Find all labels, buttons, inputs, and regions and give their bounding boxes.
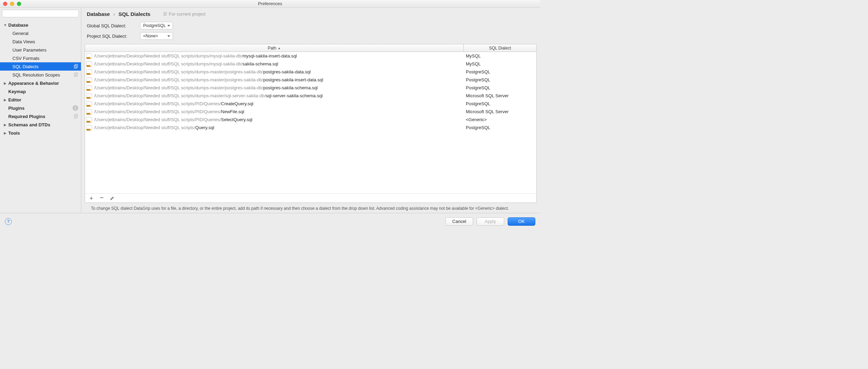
global-dialect-row: Global SQL Dialect: PostgreSQL xyxy=(87,20,535,31)
dialect-cell[interactable]: <Generic> xyxy=(464,117,536,122)
tree-group[interactable]: Keymap xyxy=(0,87,81,96)
table-row[interactable]: /Users/jetbrains/Desktop/Needed stuff/SQ… xyxy=(85,108,536,116)
sidebar: ▼DatabaseGeneralData ViewsUser Parameter… xyxy=(0,8,81,213)
svg-rect-4 xyxy=(74,74,77,77)
tree-item-label: SQL Resolution Scopes xyxy=(12,72,73,78)
path-file: Query.sql xyxy=(195,125,214,130)
copy-icon xyxy=(163,12,167,16)
tree-group-label: Database xyxy=(8,22,78,28)
add-button[interactable]: + xyxy=(89,196,94,201)
dialect-cell[interactable]: PostgreSQL xyxy=(464,69,536,74)
tree-group-label: Plugins xyxy=(8,106,73,111)
table-row[interactable]: /Users/jetbrains/Desktop/Needed stuff/SQ… xyxy=(85,52,536,60)
dialog-footer: ? Cancel Apply OK xyxy=(0,213,540,230)
zoom-window-button[interactable] xyxy=(17,2,21,6)
tree-group-label: Tools xyxy=(8,130,78,136)
window-title: Preferences xyxy=(0,1,540,6)
dialect-cell[interactable]: PostgreSQL xyxy=(464,125,536,130)
path-cell: /Users/jetbrains/Desktop/Needed stuff/SQ… xyxy=(86,125,464,130)
table-row[interactable]: /Users/jetbrains/Desktop/Needed stuff/SQ… xyxy=(85,76,536,84)
project-scope-icon xyxy=(73,114,78,119)
path-cell: /Users/jetbrains/Desktop/Needed stuff/SQ… xyxy=(86,101,464,107)
tree-item[interactable]: User Parameters xyxy=(0,46,81,54)
path-file: postgres-sakila-schema.sql xyxy=(263,85,318,90)
scope-indicator: For current project xyxy=(163,11,205,17)
path-dir: /Users/jetbrains/Desktop/Needed stuff/SQ… xyxy=(94,53,242,58)
table-row[interactable]: /Users/jetbrains/Desktop/Needed stuff/SQ… xyxy=(85,116,536,124)
tree-group[interactable]: ▼Database xyxy=(0,21,81,29)
remove-button[interactable]: − xyxy=(99,195,104,200)
path-cell: /Users/jetbrains/Desktop/Needed stuff/SQ… xyxy=(86,85,464,91)
tree-item[interactable]: SQL Resolution Scopes xyxy=(0,71,81,79)
dialect-cell[interactable]: MySQL xyxy=(464,61,536,66)
tree-group-label: Required Plugins xyxy=(8,114,73,119)
svg-rect-2 xyxy=(74,65,77,69)
tree-item-label: User Parameters xyxy=(12,47,78,53)
table-row[interactable]: /Users/jetbrains/Desktop/Needed stuff/SQ… xyxy=(85,124,536,132)
path-file: NewFile.sql xyxy=(221,109,244,114)
sort-asc-icon: ▲ xyxy=(278,46,281,50)
path-file: SelectQuery.sql xyxy=(221,117,252,122)
col-path-header[interactable]: Path ▲ xyxy=(85,44,464,52)
table-row[interactable]: /Users/jetbrains/Desktop/Needed stuff/SQ… xyxy=(85,84,536,92)
tree-group[interactable]: Plugins1 xyxy=(0,104,81,112)
path-dir: /Users/jetbrains/Desktop/Needed stuff/SQ… xyxy=(94,109,221,114)
hint-text: To change SQL dialect DataGrip uses for … xyxy=(81,203,540,213)
project-dialect-combo[interactable]: <None> xyxy=(140,32,173,40)
col-dialect-header[interactable]: SQL Dialect xyxy=(464,44,536,52)
pencil-icon xyxy=(110,196,114,201)
chevron-right-icon: ▶ xyxy=(3,98,7,102)
scope-label: For current project xyxy=(169,11,205,17)
svg-rect-3 xyxy=(75,64,77,68)
table-row[interactable]: /Users/jetbrains/Desktop/Needed stuff/SQ… xyxy=(85,92,536,100)
project-scope-icon xyxy=(73,64,78,69)
tree-item[interactable]: Data Views xyxy=(0,37,81,46)
breadcrumb: Database › SQL Dialects For current proj… xyxy=(81,8,540,20)
path-cell: /Users/jetbrains/Desktop/Needed stuff/SQ… xyxy=(86,53,464,59)
close-window-button[interactable] xyxy=(3,2,7,6)
help-button[interactable]: ? xyxy=(5,218,12,225)
sql-file-icon xyxy=(86,125,92,130)
search-input[interactable] xyxy=(2,10,79,17)
tree-group[interactable]: Required Plugins xyxy=(0,112,81,120)
table-row[interactable]: /Users/jetbrains/Desktop/Needed stuff/SQ… xyxy=(85,60,536,68)
chevron-down-icon: ▼ xyxy=(3,23,7,27)
path-cell: /Users/jetbrains/Desktop/Needed stuff/SQ… xyxy=(86,109,464,115)
tree-item[interactable]: CSV Formats xyxy=(0,54,81,62)
tree-item[interactable]: General xyxy=(0,29,81,37)
path-cell: /Users/jetbrains/Desktop/Needed stuff/SQ… xyxy=(86,61,464,67)
dialect-cell[interactable]: PostgreSQL xyxy=(464,77,536,82)
edit-button[interactable] xyxy=(109,196,115,201)
settings-panel: Database › SQL Dialects For current proj… xyxy=(81,8,540,213)
table-row[interactable]: /Users/jetbrains/Desktop/Needed stuff/SQ… xyxy=(85,68,536,76)
dialect-cell[interactable]: Microsoft SQL Server xyxy=(464,93,536,98)
breadcrumb-separator: › xyxy=(113,11,115,17)
path-dir: /Users/jetbrains/Desktop/Needed stuff/SQ… xyxy=(94,93,266,98)
path-file: postgres-sakila-data.sql xyxy=(263,69,311,74)
dialect-cell[interactable]: Microsoft SQL Server xyxy=(464,109,536,114)
path-dir: /Users/jetbrains/Desktop/Needed stuff/SQ… xyxy=(94,101,221,106)
apply-button[interactable]: Apply xyxy=(477,217,504,226)
tree-item[interactable]: SQL Dialects xyxy=(0,62,81,71)
sql-file-icon xyxy=(86,69,92,75)
table-row[interactable]: /Users/jetbrains/Desktop/Needed stuff/SQ… xyxy=(85,100,536,108)
dialect-cell[interactable]: PostgreSQL xyxy=(464,101,536,106)
tree-group[interactable]: ▶Appearance & Behavior xyxy=(0,79,81,87)
ok-button[interactable]: OK xyxy=(508,217,535,226)
tree-group-label: Appearance & Behavior xyxy=(8,81,78,86)
global-dialect-combo[interactable]: PostgreSQL xyxy=(140,22,173,29)
breadcrumb-root[interactable]: Database xyxy=(87,11,110,17)
tree-group[interactable]: ▶Schemas and DTDs xyxy=(0,120,81,129)
table-header: Path ▲ SQL Dialect xyxy=(85,44,536,52)
chevron-right-icon: ▶ xyxy=(3,123,7,127)
dialect-cell[interactable]: PostgreSQL xyxy=(464,85,536,90)
project-dialect-row: Project SQL Dialect: <None> xyxy=(87,31,535,41)
minimize-window-button[interactable] xyxy=(10,2,14,6)
tree-group-label: Editor xyxy=(8,97,78,102)
svg-rect-5 xyxy=(75,73,77,76)
cancel-button[interactable]: Cancel xyxy=(445,217,473,226)
tree-group[interactable]: ▶Tools xyxy=(0,129,81,137)
tree-group[interactable]: ▶Editor xyxy=(0,96,81,104)
dialect-cell[interactable]: MySQL xyxy=(464,53,536,58)
tree-group-label: Schemas and DTDs xyxy=(8,122,78,127)
